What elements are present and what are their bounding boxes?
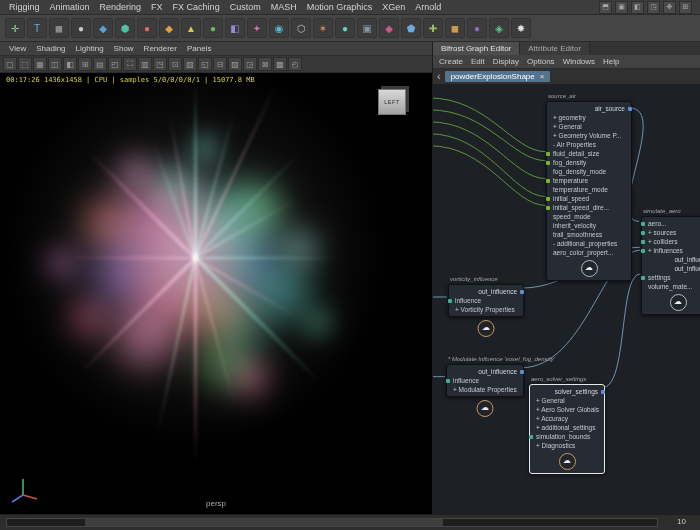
- menubar-icon[interactable]: ▣: [615, 1, 628, 14]
- node-row[interactable]: out_influe...: [642, 264, 700, 273]
- menubar-icon[interactable]: ⬒: [599, 1, 612, 14]
- viewport-toolbar-icon[interactable]: ◱: [198, 57, 212, 71]
- shelf-icon[interactable]: ✛: [5, 18, 25, 38]
- node-row[interactable]: + influences: [642, 246, 700, 255]
- node-port[interactable]: [520, 370, 524, 374]
- menu-item[interactable]: MASH: [266, 2, 302, 12]
- node-row[interactable]: inherit_velocity: [547, 221, 631, 230]
- graph-node-source_air[interactable]: source_airair_source+ geometry+ General+…: [546, 101, 632, 281]
- shelf-icon[interactable]: ●: [203, 18, 223, 38]
- node-row[interactable]: initial_speed_dire...: [547, 203, 631, 212]
- node-row[interactable]: + Vorticity Properties: [449, 305, 523, 314]
- menubar-icon[interactable]: ⊞: [679, 1, 692, 14]
- panel-menu-item[interactable]: Shading: [31, 44, 70, 53]
- node-port[interactable]: [546, 206, 550, 210]
- node-row[interactable]: temperature_mode: [547, 185, 631, 194]
- viewport-toolbar-icon[interactable]: ◧: [63, 57, 77, 71]
- node-port[interactable]: [601, 390, 605, 394]
- back-arrow-icon[interactable]: ‹: [437, 71, 441, 82]
- menu-item[interactable]: Rendering: [95, 2, 147, 12]
- viewport-toolbar-icon[interactable]: ▧: [183, 57, 197, 71]
- viewport-toolbar-icon[interactable]: ▨: [228, 57, 242, 71]
- shelf-icon[interactable]: ◆: [379, 18, 399, 38]
- editor-pane-tab[interactable]: Attribute Editor: [520, 42, 590, 55]
- node-port[interactable]: [641, 249, 645, 253]
- cloud-preview-icon[interactable]: ☁: [670, 294, 687, 311]
- viewport-toolbar-icon[interactable]: ◳: [153, 57, 167, 71]
- node-row[interactable]: settings: [642, 273, 700, 282]
- node-row[interactable]: + Aero Solver Globals: [530, 405, 604, 414]
- time-slider[interactable]: 10: [0, 514, 700, 530]
- shelf-icon[interactable]: ▣: [357, 18, 377, 38]
- node-row[interactable]: + General: [530, 396, 604, 405]
- panel-menu-item[interactable]: Lighting: [71, 44, 109, 53]
- cloud-preview-icon[interactable]: ☁: [477, 400, 494, 417]
- menu-item[interactable]: Custom: [225, 2, 266, 12]
- node-row[interactable]: fluid_detail_size: [547, 149, 631, 158]
- graph-menu-item[interactable]: Create: [435, 57, 467, 66]
- menubar-icon[interactable]: ◧: [631, 1, 644, 14]
- node-row[interactable]: influence: [449, 296, 523, 305]
- shelf-icon[interactable]: ●: [335, 18, 355, 38]
- viewport-toolbar-icon[interactable]: ◲: [243, 57, 257, 71]
- viewport-toolbar-icon[interactable]: ⬚: [18, 57, 32, 71]
- node-row[interactable]: aero_color_propert...: [547, 248, 631, 257]
- node-port[interactable]: [641, 222, 645, 226]
- panel-menu-item[interactable]: Panels: [182, 44, 216, 53]
- node-port[interactable]: [520, 290, 524, 294]
- node-row[interactable]: air_source: [547, 104, 631, 113]
- cloud-preview-icon[interactable]: ☁: [559, 453, 576, 470]
- node-port[interactable]: [546, 197, 550, 201]
- node-row[interactable]: out_influe...: [642, 255, 700, 264]
- graph-node-vorticity_influence[interactable]: vorticity_influenceout_influenceinfluenc…: [448, 284, 524, 317]
- shelf-icon[interactable]: ⬟: [401, 18, 421, 38]
- viewport-toolbar-icon[interactable]: ▩: [273, 57, 287, 71]
- view-cube[interactable]: LEFT: [378, 89, 406, 115]
- graph-node-aero_solver_settings[interactable]: aero_solver_settingssolver_settings+ Gen…: [529, 384, 605, 474]
- node-row[interactable]: + geometry: [547, 113, 631, 122]
- panel-menu-item[interactable]: View: [4, 44, 31, 53]
- shelf-icon[interactable]: T: [27, 18, 47, 38]
- node-row[interactable]: + sources: [642, 228, 700, 237]
- menu-item[interactable]: FX: [146, 2, 168, 12]
- shelf-icon[interactable]: ◼: [445, 18, 465, 38]
- node-row[interactable]: volume_mate...: [642, 282, 700, 291]
- shelf-icon[interactable]: ✶: [313, 18, 333, 38]
- graph-menu-item[interactable]: Edit: [467, 57, 489, 66]
- graph-node-simulate_aero[interactable]: simulate_aeroaero...+ sources+ colliders…: [641, 216, 700, 315]
- node-port[interactable]: [448, 299, 452, 303]
- viewport-toolbar-icon[interactable]: ⊟: [213, 57, 227, 71]
- node-row[interactable]: + General: [547, 122, 631, 131]
- node-row[interactable]: trail_smoothness: [547, 230, 631, 239]
- panel-menu-item[interactable]: Renderer: [139, 44, 182, 53]
- shelf-icon[interactable]: ▲: [181, 18, 201, 38]
- node-port[interactable]: [641, 276, 645, 280]
- viewport-toolbar-icon[interactable]: ▥: [138, 57, 152, 71]
- graph-menu-item[interactable]: Windows: [559, 57, 599, 66]
- node-row[interactable]: - additional_properties: [547, 239, 631, 248]
- node-row[interactable]: + Geometry Volume P...: [547, 131, 631, 140]
- viewport-toolbar-icon[interactable]: ▤: [93, 57, 107, 71]
- node-row[interactable]: speed_mode: [547, 212, 631, 221]
- shelf-icon[interactable]: ✸: [511, 18, 531, 38]
- viewport-toolbar-icon[interactable]: ▢: [3, 57, 17, 71]
- node-port[interactable]: [641, 231, 645, 235]
- menubar-icon[interactable]: ✥: [663, 1, 676, 14]
- shelf-icon[interactable]: ◈: [489, 18, 509, 38]
- viewport-toolbar-icon[interactable]: ⊡: [168, 57, 182, 71]
- node-port[interactable]: [529, 435, 533, 439]
- shelf-icon[interactable]: ●: [71, 18, 91, 38]
- node-row[interactable]: aero...: [642, 219, 700, 228]
- editor-pane-tab[interactable]: Bifrost Graph Editor: [433, 42, 520, 55]
- cloud-preview-icon[interactable]: ☁: [478, 320, 495, 337]
- node-row[interactable]: simulation_bounds: [530, 432, 604, 441]
- node-row[interactable]: + Modulate Properties: [447, 385, 523, 394]
- node-row[interactable]: + Diagnostics: [530, 441, 604, 450]
- shelf-icon[interactable]: ⬡: [291, 18, 311, 38]
- viewport-toolbar-icon[interactable]: ⛶: [123, 57, 137, 71]
- graph-canvas[interactable]: source_airair_source+ geometry+ General+…: [433, 84, 700, 515]
- node-port[interactable]: [546, 152, 550, 156]
- node-row[interactable]: influence: [447, 376, 523, 385]
- node-row[interactable]: out_influence: [447, 367, 523, 376]
- shelf-icon[interactable]: ◉: [269, 18, 289, 38]
